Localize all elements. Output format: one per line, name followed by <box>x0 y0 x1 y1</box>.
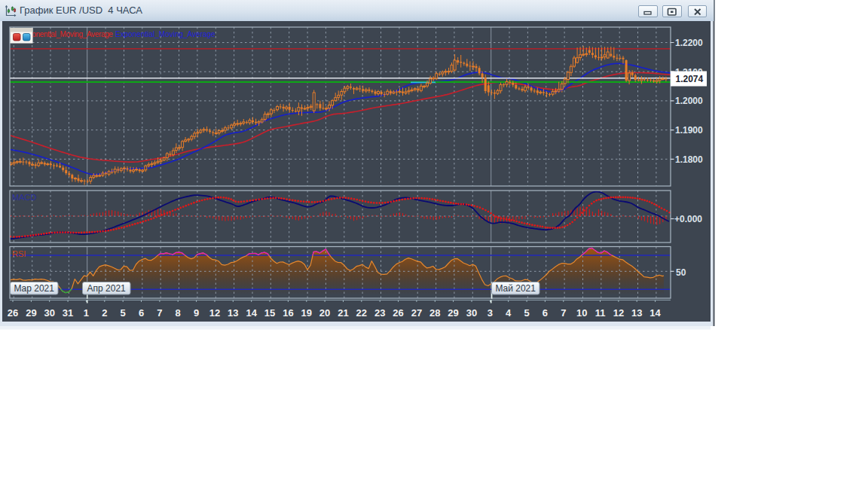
svg-text:20: 20 <box>319 307 330 319</box>
svg-text:Май 2021: Май 2021 <box>495 283 536 294</box>
svg-text:10: 10 <box>576 307 587 319</box>
svg-text:8: 8 <box>176 307 181 319</box>
svg-text:27: 27 <box>411 307 422 319</box>
svg-text:14: 14 <box>246 307 257 319</box>
svg-text:22: 22 <box>356 307 367 319</box>
svg-text:29: 29 <box>448 307 458 319</box>
svg-text:+0.000: +0.000 <box>674 214 702 224</box>
svg-text:7: 7 <box>157 307 162 319</box>
svg-text:12: 12 <box>209 307 220 319</box>
svg-text:11: 11 <box>595 307 606 319</box>
svg-text:1: 1 <box>84 307 89 319</box>
svg-text:26: 26 <box>8 307 18 319</box>
svg-text:RSI: RSI <box>12 249 26 258</box>
svg-text:1.2200: 1.2200 <box>675 38 703 48</box>
svg-text:6: 6 <box>542 307 548 319</box>
svg-text:1.1900: 1.1900 <box>675 125 703 136</box>
svg-text:26: 26 <box>393 307 403 319</box>
svg-text:14: 14 <box>649 307 661 319</box>
svg-text:13: 13 <box>631 307 642 319</box>
svg-text:28: 28 <box>429 307 440 319</box>
svg-text:13: 13 <box>228 307 238 319</box>
svg-text:Мар 2021: Мар 2021 <box>14 283 54 294</box>
svg-text:5: 5 <box>121 307 126 319</box>
svg-text:MACD: MACD <box>12 193 36 202</box>
svg-text:6: 6 <box>139 307 144 319</box>
svg-text:31: 31 <box>63 307 73 319</box>
svg-text:30: 30 <box>44 307 54 319</box>
svg-text:23: 23 <box>374 307 385 319</box>
svg-text:30: 30 <box>466 307 477 319</box>
svg-text:16: 16 <box>283 307 293 319</box>
svg-text:Апр 2021: Апр 2021 <box>87 283 127 294</box>
svg-text:1.2000: 1.2000 <box>675 96 703 106</box>
svg-text:19: 19 <box>301 307 312 319</box>
svg-text:7: 7 <box>561 307 566 319</box>
svg-text:50: 50 <box>676 267 686 278</box>
svg-text:29: 29 <box>26 307 36 319</box>
svg-text:3: 3 <box>487 307 493 319</box>
svg-text:2: 2 <box>102 307 107 319</box>
svg-text:Exponential_Moving_Average: Exponential_Moving_Average <box>20 30 113 38</box>
svg-text:12: 12 <box>613 307 624 319</box>
svg-text:15: 15 <box>264 307 275 319</box>
svg-text:5: 5 <box>524 307 529 319</box>
svg-text:9: 9 <box>194 307 199 319</box>
svg-text:Exponential_Moving_Average: Exponential_Moving_Average <box>115 30 215 38</box>
svg-text:1.1800: 1.1800 <box>675 154 703 165</box>
svg-text:21: 21 <box>338 307 348 319</box>
svg-text:1.2074: 1.2074 <box>676 74 704 84</box>
svg-text:4: 4 <box>506 307 512 319</box>
